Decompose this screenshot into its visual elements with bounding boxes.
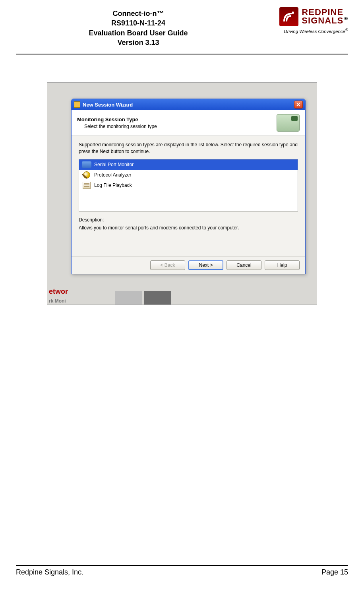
help-button[interactable]: Help	[265, 260, 300, 270]
session-type-listbox[interactable]: Serial Port Monitor Protocol Analyzer Lo…	[79, 159, 298, 212]
version: Version 3.13	[16, 38, 261, 47]
dialog-footer: < Back Next > Cancel Help	[72, 256, 305, 274]
page-header: Connect-io-n™ RS9110-N-11-24 Evaluation …	[0, 0, 364, 51]
footer-page-number: Page 15	[321, 568, 348, 576]
tagline-text: Driving Wireless Convergence	[284, 29, 345, 34]
footer-divider	[16, 565, 348, 566]
guide-title: Evaluation Board User Guide	[16, 28, 261, 38]
new-session-wizard-dialog: New Session Wizard ✕ Monitoring Session …	[71, 99, 306, 274]
back-button: < Back	[150, 260, 185, 270]
list-item-label: Log File Playback	[94, 182, 132, 188]
bg-text-fragment-1: etwor	[47, 287, 70, 297]
dialog-body: Supported monitoring session types are d…	[72, 136, 305, 256]
dialog-titlebar[interactable]: New Session Wizard ✕	[72, 99, 305, 110]
list-item-serial-port-monitor[interactable]: Serial Port Monitor	[79, 159, 298, 170]
dialog-title: New Session Wizard	[83, 102, 294, 108]
next-button[interactable]: Next >	[188, 260, 223, 270]
dialog-header-panel: Monitoring Session Type Select the monit…	[72, 110, 305, 136]
description-text: Allows you to monitor serial ports and m…	[79, 225, 298, 231]
tagline-sup: ®	[345, 27, 348, 32]
list-item-label: Serial Port Monitor	[94, 162, 134, 167]
dialog-instruction: Supported monitoring session types are d…	[79, 142, 298, 155]
doc-title-block: Connect-io-n™ RS9110-N-11-24 Evaluation …	[16, 7, 261, 47]
oscilloscope-icon	[277, 114, 300, 132]
magnifier-icon	[83, 171, 90, 179]
product-name: Connect-io-n™	[16, 9, 261, 18]
close-icon[interactable]: ✕	[294, 101, 303, 109]
list-item-label: Protocol Analyzer	[94, 172, 131, 178]
bg-text-fragment-2: rk Moni	[47, 297, 68, 305]
bg-block-dark	[144, 291, 171, 305]
dialog-icon	[74, 101, 80, 108]
logfile-icon	[83, 182, 91, 189]
description-label: Description:	[79, 217, 298, 223]
screenshot-container: etwor rk Moni New Session Wizard ✕ Monit…	[47, 82, 317, 305]
bg-block-gray	[115, 291, 142, 305]
bg-blocks	[115, 291, 174, 305]
header-divider	[16, 54, 348, 54]
page-footer: Redpine Signals, Inc. Page 15	[16, 565, 348, 576]
logo-text-bottom: SIGNALS	[302, 16, 343, 25]
cancel-button[interactable]: Cancel	[227, 260, 261, 270]
registered-mark: ®	[344, 16, 348, 21]
list-item-protocol-analyzer[interactable]: Protocol Analyzer	[79, 170, 298, 180]
logo-mark-icon	[279, 7, 298, 26]
svg-point-0	[292, 12, 294, 14]
dialog-header-title: Monitoring Session Type	[77, 116, 157, 123]
dialog-header-subtitle: Select the monitoring session type	[84, 123, 157, 130]
list-item-log-file-playback[interactable]: Log File Playback	[79, 180, 298, 190]
serial-port-icon	[82, 161, 91, 168]
footer-company: Redpine Signals, Inc.	[16, 568, 83, 576]
logo-block: REDPINE SIGNALS® Driving Wireless Conver…	[261, 7, 348, 34]
model-number: RS9110-N-11-24	[16, 18, 261, 28]
